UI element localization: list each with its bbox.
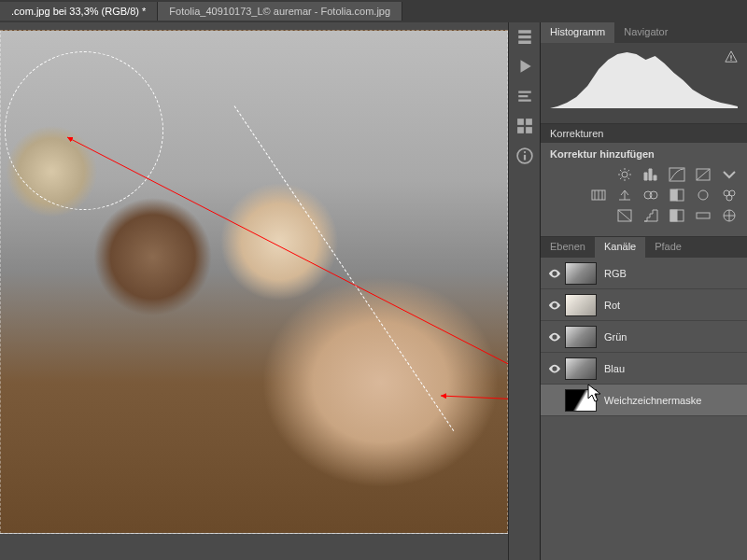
threshold-icon[interactable] [669, 208, 685, 223]
svg-rect-10 [730, 60, 731, 61]
document-tab[interactable]: Fotolia_40910173_L© auremar - Fotolia.co… [158, 2, 402, 21]
svg-rect-18 [677, 189, 684, 201]
visibility-toggle[interactable] [544, 299, 565, 312]
channel-thumbnail [565, 262, 597, 285]
collapse-icon[interactable] [516, 28, 533, 45]
tab-histogram[interactable]: Histogramm [541, 22, 614, 43]
photofilter-icon[interactable] [695, 188, 712, 203]
canvas-area[interactable] [0, 22, 508, 560]
swatches-icon[interactable] [516, 118, 533, 134]
panels-area: Histogramm Navigator Korrekturen Korrekt… [540, 22, 747, 560]
vibrance-icon[interactable] [590, 188, 607, 203]
svg-rect-7 [523, 155, 525, 161]
channel-row[interactable]: RGB [541, 258, 747, 289]
svg-rect-26 [697, 213, 710, 218]
adjustments-title: Korrektur hinzufügen [550, 148, 738, 160]
adjustments-header: Korrekturen [541, 124, 747, 143]
channel-label: Grün [604, 331, 627, 343]
histogram-panel [541, 43, 747, 123]
visibility-toggle[interactable] [544, 267, 565, 280]
play-icon[interactable] [516, 58, 533, 75]
tab-channels[interactable]: Kanäle [595, 237, 645, 258]
levels-icon[interactable] [642, 167, 659, 182]
paragraph-icon[interactable] [516, 88, 533, 105]
warning-icon[interactable] [725, 50, 738, 63]
gradientmap-icon[interactable] [695, 208, 712, 223]
channel-label: Blau [604, 363, 625, 374]
adjustments-panel: Korrekturen Korrektur hinzufügen [541, 123, 747, 236]
svg-rect-9 [730, 55, 731, 59]
channel-row[interactable]: Grün [541, 321, 747, 353]
selective-icon[interactable] [721, 208, 738, 223]
svg-rect-12 [669, 168, 684, 181]
channel-thumbnail [565, 326, 597, 348]
svg-rect-4 [517, 127, 524, 133]
selection-marquee [5, 51, 163, 210]
channelmixer-icon[interactable] [721, 188, 738, 203]
info-icon[interactable] [516, 147, 533, 164]
channel-row[interactable]: Blau [541, 353, 747, 385]
svg-rect-3 [526, 119, 532, 125]
svg-point-16 [650, 191, 657, 199]
visibility-toggle[interactable] [544, 330, 565, 343]
hue-icon[interactable] [616, 188, 633, 203]
histogram-panel-tabs: Histogramm Navigator [541, 22, 747, 43]
bw-icon[interactable] [669, 188, 685, 203]
posterize-icon[interactable] [642, 208, 659, 223]
svg-rect-2 [517, 119, 524, 125]
channel-row[interactable]: Rot [541, 289, 747, 321]
tab-navigator[interactable]: Navigator [614, 22, 677, 43]
selection-marquee [234, 105, 455, 431]
svg-point-11 [622, 172, 627, 177]
channel-label: Rot [604, 300, 620, 311]
svg-point-19 [698, 190, 708, 200]
channel-row[interactable]: Weichzeichnermaske [541, 385, 747, 416]
channel-label: RGB [604, 268, 627, 279]
photo-content [0, 30, 508, 534]
more-icon[interactable] [721, 167, 738, 182]
panel-strip [508, 22, 540, 560]
channel-thumbnail [565, 389, 597, 412]
svg-rect-25 [670, 210, 677, 221]
svg-rect-17 [670, 189, 677, 201]
brightness-icon[interactable] [616, 167, 633, 182]
visibility-toggle[interactable] [544, 362, 565, 375]
channels-panel-tabs: Ebenen Kanäle Pfade [541, 237, 747, 258]
svg-point-22 [726, 195, 732, 201]
channel-thumbnail [565, 294, 597, 316]
curves-icon[interactable] [669, 167, 685, 182]
invert-icon[interactable] [616, 208, 633, 223]
tab-layers[interactable]: Ebenen [541, 237, 595, 258]
image-canvas[interactable] [0, 30, 508, 534]
svg-rect-5 [526, 127, 532, 133]
svg-point-8 [523, 151, 525, 153]
histogram-graph [550, 49, 738, 108]
document-tab-bar: .com.jpg bei 33,3% (RGB/8) * Fotolia_409… [0, 0, 747, 22]
channel-label: Weichzeichnermaske [604, 395, 701, 406]
channel-thumbnail [565, 357, 597, 380]
channels-panel: Ebenen Kanäle Pfade RGBRotGrünBlauWeichz… [541, 236, 747, 560]
tab-paths[interactable]: Pfade [645, 237, 691, 258]
exposure-icon[interactable] [695, 167, 712, 182]
colorbalance-icon[interactable] [642, 188, 659, 203]
document-tab[interactable]: .com.jpg bei 33,3% (RGB/8) * [0, 2, 158, 21]
